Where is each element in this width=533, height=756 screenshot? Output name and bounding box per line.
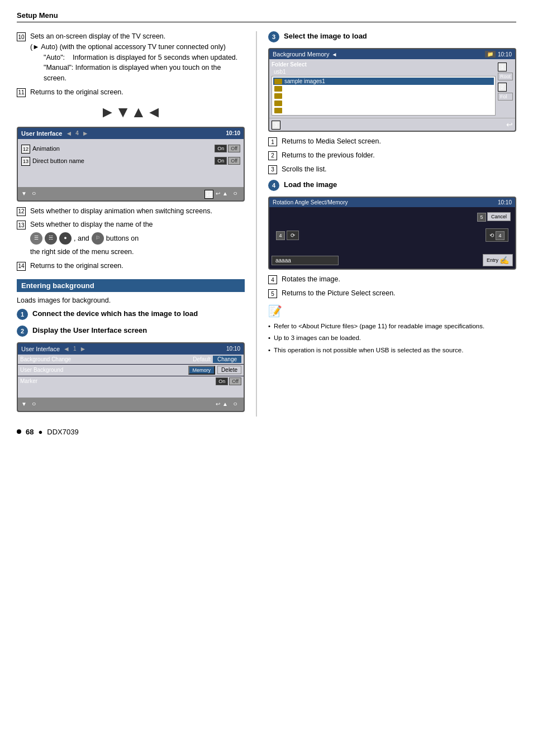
item-10: 10 Sets an on-screen display of the TV s…: [17, 31, 245, 84]
folder-item-1[interactable]: sample images1: [273, 78, 494, 85]
entry-input[interactable]: aaaaa: [272, 256, 339, 265]
animation-toggle[interactable]: On Off: [215, 145, 240, 152]
screen3-folder-icon: 📁: [485, 51, 496, 58]
num-13-screen: 13: [21, 157, 30, 166]
num-d4-4: 4: [268, 275, 277, 284]
direct-toggle[interactable]: On Off: [215, 157, 240, 165]
num-4b-screen4: 4: [496, 231, 505, 240]
circle-icon: O: [29, 189, 39, 199]
folder-item-5[interactable]: sample images5: [273, 107, 494, 114]
change-button[interactable]: Change: [213, 356, 241, 363]
bg-change-label: Background Change: [20, 356, 71, 362]
default-label: Default: [193, 356, 211, 362]
rotation-controls: 4 ⟳ ⟲ 4: [274, 225, 511, 245]
screen3-title: Background Memory: [273, 51, 330, 58]
step-4: 4 Load the image: [268, 180, 516, 191]
left-column: 10 Sets an on-screen display of the TV s…: [17, 31, 257, 417]
note-3: • This operation is not possible when US…: [268, 345, 516, 355]
num-12: 12: [17, 207, 26, 216]
item-10-manual: "Manual": Information is displayed when …: [44, 63, 245, 84]
desc-4: 4 Rotates the image. 5 Returns to the Pi…: [268, 274, 516, 299]
desc4-item-4: 4 Rotates the image.: [268, 274, 516, 285]
folder-item-4[interactable]: sample images4: [273, 99, 494, 107]
step-circle-2: 2: [17, 326, 28, 337]
screen4-time: 10:10: [498, 199, 512, 205]
num-14-screen: 14: [204, 190, 213, 199]
marker-row: Marker On Off: [18, 376, 244, 386]
arrows-decoration: ►▼▲◄: [17, 103, 245, 121]
item-14: 14 Returns to the original screen.: [17, 261, 245, 271]
num-d4-5: 5: [268, 289, 277, 298]
root-label: Root: [498, 73, 513, 80]
and-text: , and: [74, 233, 89, 244]
num-12-screen: 12: [21, 145, 30, 154]
folder-item-2[interactable]: sample images2: [273, 85, 494, 92]
model-name: ●: [38, 428, 42, 436]
entry-label: Entry: [487, 257, 498, 263]
right-column: 3 Select the image to load Background Me…: [268, 31, 516, 417]
item-10-auto: "Auto": Information is displayed for 5 s…: [44, 52, 245, 63]
direct-button-label: Direct button name: [32, 157, 84, 164]
step-3: 3 Select the image to load: [268, 31, 516, 42]
footer: 68 ● DDX7039: [17, 428, 516, 436]
desc3-text-3: Scrolls the list.: [282, 164, 327, 175]
step-1-text: Connect the device which has the image t…: [32, 309, 198, 319]
num-13: 13: [17, 221, 26, 229]
num-d3-2: 2: [268, 151, 277, 160]
screen1-header: User Interface ◄ 4 ► 10:10: [18, 128, 244, 139]
entry-button[interactable]: Entry ✍: [483, 254, 513, 266]
num-d3-1: 1: [268, 137, 277, 146]
desc3-item-3: 3 Scrolls the list.: [268, 164, 516, 175]
screen4-title: Rotation Angle Select/Memory: [273, 199, 348, 205]
rotate-left-btn[interactable]: ⟳: [287, 231, 299, 240]
screen3-header: Background Memory ◄ 📁 10:10: [269, 49, 515, 59]
desc3-item-2: 2 Returns to the previous folder.: [268, 150, 516, 161]
item-13-prefix: Sets whether to display the name of the: [30, 219, 245, 230]
circle-icon-4: O: [230, 399, 240, 409]
num-14: 14: [17, 262, 26, 271]
num-11: 11: [17, 88, 26, 97]
rotate-right-btn[interactable]: ⟲ 4: [486, 228, 508, 242]
screen2-footer: ▼ O ↩ ▲ O: [18, 398, 244, 411]
circle-icon-3: O: [29, 399, 39, 409]
tri-down-icon: ▼: [21, 190, 27, 197]
marker-label: Marker: [20, 378, 37, 384]
num-10: 10: [17, 32, 26, 41]
return-icon-2: ↩: [216, 401, 220, 407]
folder-select-label: Folder Select: [272, 61, 496, 68]
note-3-text: This operation is not possible when USB …: [274, 345, 463, 355]
marker-toggle[interactable]: On Off: [216, 377, 241, 385]
menu-icon-2: ☵: [45, 232, 57, 245]
screen1-footer: ▼ O 14 ↩ ▲ O: [18, 187, 244, 200]
item-10-line1: Sets an on-screen display of the TV scre…: [30, 31, 245, 42]
screen1-time: 10:10: [226, 130, 240, 136]
menu-icon-3: ●: [59, 232, 72, 245]
step-4-title: Load the image: [284, 180, 337, 190]
screen1-title: User Interface: [21, 130, 62, 137]
desc4-text-5: Returns to the Picture Select screen.: [282, 288, 396, 299]
screen1-row-animation: 12 Animation On Off: [21, 142, 240, 155]
screen3-body: Folder Select usb1 sample images1 sample…: [269, 59, 515, 118]
cancel-button-screen4[interactable]: Cancel: [487, 212, 511, 221]
folder-icon-3: [274, 93, 282, 99]
memory-button[interactable]: Memory: [188, 366, 216, 375]
folder-item-3[interactable]: sample images3: [273, 92, 494, 99]
num-5-screen4: 5: [477, 213, 486, 222]
return-icon-3: ↩: [506, 120, 513, 129]
folder-list: sample images1 sample images2 sample ima…: [272, 76, 496, 116]
desc3-text-1: Returns to Media Select screen.: [282, 136, 381, 147]
page-number: 68: [26, 428, 34, 436]
step-3-title: Select the image to load: [284, 31, 367, 41]
user-bg-label: User Background: [20, 367, 63, 373]
step-2: 2 Display the User Interface screen: [17, 326, 245, 337]
item-13-suffix: the right side of the menu screen.: [30, 247, 245, 257]
delete-button[interactable]: Delete: [217, 366, 241, 374]
section-intro: Loads images for background.: [17, 296, 245, 304]
screen1-row-direct: 13 Direct button name On Off: [21, 155, 240, 167]
desc3-item-1: 1 Returns to Media Select screen.: [268, 136, 516, 147]
note-2-text: Up to 3 images can be loaded.: [274, 333, 361, 343]
bg-change-row: Background Change Default Change: [18, 355, 244, 364]
num-d3-3: 3: [268, 165, 277, 174]
step-circle-3: 3: [268, 31, 279, 42]
return-icon: ↩: [216, 190, 220, 197]
